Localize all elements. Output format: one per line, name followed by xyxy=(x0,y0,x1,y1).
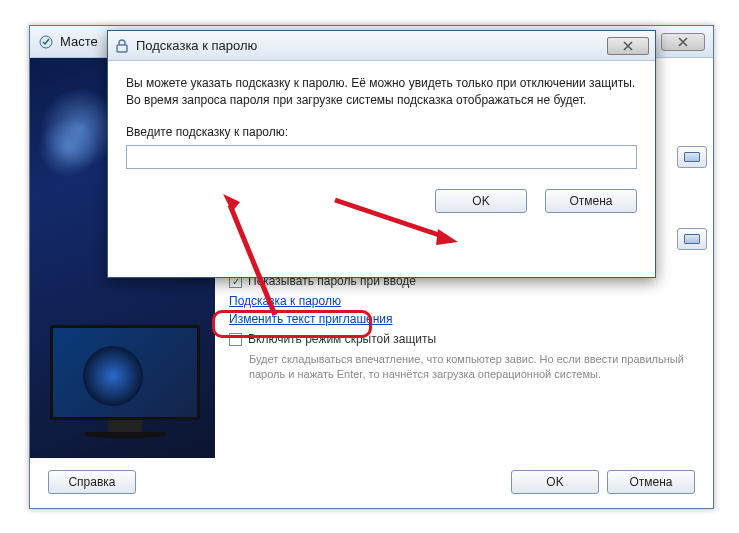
keyboard-button-2[interactable] xyxy=(677,228,707,250)
hint-dialog-description: Вы можете указать подсказку к паролю. Её… xyxy=(126,75,637,109)
main-ok-button[interactable]: OK xyxy=(511,470,599,494)
stealth-checkbox[interactable] xyxy=(229,333,242,346)
main-button-bar: Справка OK Отмена xyxy=(30,470,713,494)
stealth-row: Включить режим скрытой защиты xyxy=(229,332,699,346)
lock-icon xyxy=(114,38,130,54)
stealth-description: Будет складываться впечатление, что комп… xyxy=(249,352,699,382)
keyboard-button-1[interactable] xyxy=(677,146,707,168)
password-hint-link[interactable]: Подсказка к паролю xyxy=(229,294,699,308)
help-button[interactable]: Справка xyxy=(48,470,136,494)
change-invite-link[interactable]: Изменить текст приглашения xyxy=(229,312,699,326)
hint-input-label: Введите подсказку к паролю: xyxy=(126,125,637,139)
hint-dialog-title: Подсказка к паролю xyxy=(136,38,607,53)
hint-dialog: Подсказка к паролю Вы можете указать под… xyxy=(107,30,656,278)
hint-dialog-titlebar: Подсказка к паролю xyxy=(108,31,655,61)
stealth-label: Включить режим скрытой защиты xyxy=(248,332,436,346)
hint-dialog-body: Вы можете указать подсказку к паролю. Её… xyxy=(108,61,655,223)
hint-dialog-close-button[interactable] xyxy=(607,37,649,55)
hint-ok-button[interactable]: OK xyxy=(435,189,527,213)
app-icon xyxy=(38,34,54,50)
keyboard-icon xyxy=(684,234,700,244)
keyboard-icon xyxy=(684,152,700,162)
main-close-button[interactable] xyxy=(661,33,705,51)
hint-dialog-buttons: OK Отмена xyxy=(126,189,637,213)
hint-cancel-button[interactable]: Отмена xyxy=(545,189,637,213)
main-cancel-button[interactable]: Отмена xyxy=(607,470,695,494)
hint-input[interactable] xyxy=(126,145,637,169)
svg-rect-1 xyxy=(117,45,127,52)
